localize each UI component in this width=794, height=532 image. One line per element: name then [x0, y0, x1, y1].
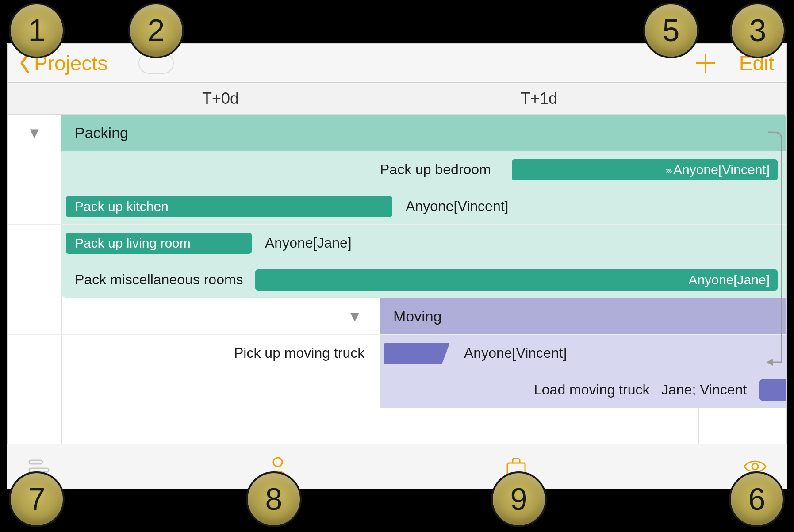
- task-name: Load moving truck: [534, 371, 649, 408]
- task-bar[interactable]: Anyone[Jane]: [255, 269, 778, 291]
- continuation-icon: ›››: [665, 165, 671, 176]
- callout-badge-1: 1: [9, 3, 65, 58]
- task-row[interactable]: Pack up kitchen Anyone[Vincent]: [8, 188, 786, 225]
- svg-point-7: [752, 463, 758, 470]
- app-frame: Projects Edit T+0d T+1d ▼ Packing: [7, 43, 787, 476]
- gantt-body[interactable]: ▼ Packing Pack up bedroom ›››Anyone[Vinc…: [8, 115, 786, 476]
- timeline-header-gutter: [8, 83, 61, 114]
- timeline-header: T+0d T+1d: [8, 83, 786, 115]
- group-header-row[interactable]: ▼ Moving: [8, 298, 786, 335]
- callout-badge-9: 9: [491, 471, 547, 527]
- task-row[interactable]: Pack up living room Anyone[Jane]: [8, 225, 786, 261]
- group-header-bar[interactable]: Packing: [61, 115, 786, 151]
- task-assignee: Anyone[Vincent]: [464, 335, 567, 371]
- task-bar[interactable]: [384, 343, 450, 364]
- task-row[interactable]: Pack miscellaneous rooms Anyone[Jane]: [8, 261, 786, 298]
- group-header-row[interactable]: ▼ Packing: [8, 115, 786, 151]
- task-row[interactable]: Pick up moving truck Anyone[Vincent]: [8, 335, 786, 371]
- task-bar[interactable]: Pack up kitchen: [66, 196, 392, 217]
- add-button[interactable]: [693, 51, 718, 76]
- task-name: Pack up living room: [75, 236, 191, 251]
- callout-badge-7: 7: [9, 471, 65, 527]
- task-assignee: Jane; Vincent: [661, 371, 747, 408]
- svg-rect-3: [29, 460, 42, 464]
- footer-toolbar: [7, 444, 787, 489]
- task-name: Pack up bedroom: [380, 151, 491, 188]
- disclosure-triangle-icon[interactable]: ▼: [27, 124, 42, 142]
- timeline-col-0: T+0d: [61, 83, 380, 114]
- group-header-bar[interactable]: Moving: [380, 298, 786, 334]
- task-bar[interactable]: ›››Anyone[Vincent]: [512, 159, 778, 180]
- callout-badge-6: 6: [729, 471, 785, 527]
- group-name: Moving: [393, 308, 442, 325]
- task-assignee: Anyone[Vincent]: [673, 162, 770, 177]
- callout-badge-3: 3: [730, 3, 786, 58]
- task-bar[interactable]: [759, 379, 786, 401]
- task-bar[interactable]: Pack up living room: [66, 233, 252, 254]
- callout-badge-8: 8: [246, 471, 302, 527]
- task-assignee: Anyone[Jane]: [689, 272, 770, 287]
- timeline-col-1: T+1d: [380, 83, 698, 114]
- group-name: Packing: [75, 124, 128, 142]
- task-row[interactable]: Pack up bedroom ›››Anyone[Vincent]: [8, 151, 786, 188]
- task-name: Pack up kitchen: [75, 199, 169, 214]
- task-assignee: Anyone[Jane]: [265, 225, 352, 261]
- callout-badge-2: 2: [128, 3, 184, 58]
- task-name: Pack miscellaneous rooms: [75, 261, 243, 298]
- task-row[interactable]: Load moving truck Jane; Vincent: [8, 371, 786, 408]
- task-assignee: Anyone[Vincent]: [406, 188, 508, 224]
- task-name: Pick up moving truck: [234, 335, 364, 371]
- callout-badge-5: 5: [643, 3, 699, 58]
- disclosure-triangle-icon[interactable]: ▼: [347, 308, 362, 325]
- svg-point-5: [273, 458, 282, 467]
- timeline-col-overflow: [698, 83, 786, 114]
